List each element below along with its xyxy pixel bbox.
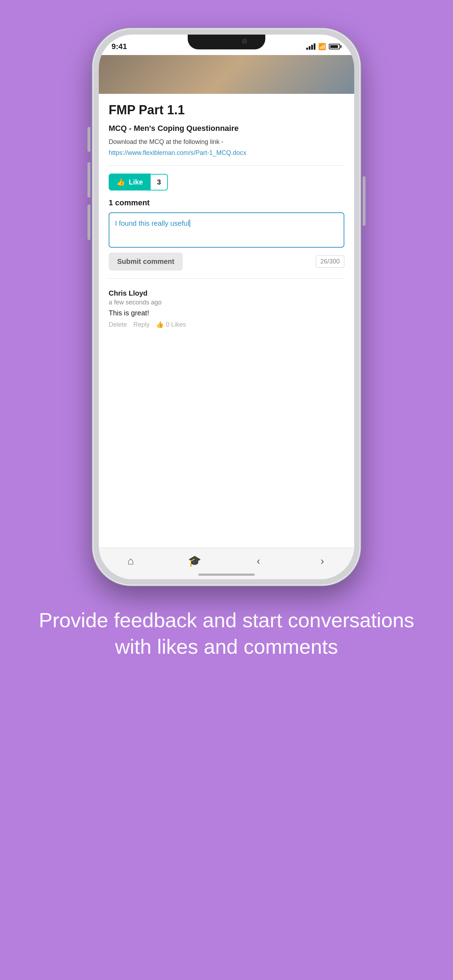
- post-description: Download the MCQ at the following link -: [109, 137, 344, 147]
- comment-like-count: 0 Likes: [166, 321, 186, 328]
- comment-likes[interactable]: 👍 0 Likes: [156, 321, 186, 328]
- char-count: 26/300: [316, 255, 344, 268]
- thumbs-up-icon: 👍: [116, 178, 125, 186]
- comment-input-text[interactable]: I found this really useful: [115, 218, 338, 229]
- delete-button[interactable]: Delete: [109, 321, 127, 328]
- comment-actions: Delete Reply 👍 0 Likes: [109, 321, 344, 328]
- post-link[interactable]: https://www.flexibleman.com/s/Part-1_MCQ…: [109, 149, 246, 156]
- comment-text: This is great!: [109, 309, 344, 317]
- hero-image: [99, 55, 354, 94]
- comments-header: 1 comment: [109, 198, 344, 207]
- comment-item: Chris Lloyd a few seconds ago This is gr…: [109, 286, 344, 328]
- forward-icon: ›: [321, 555, 324, 567]
- text-cursor: [189, 220, 190, 227]
- like-section: 👍 Like 3: [109, 173, 344, 191]
- graduation-icon: 🎓: [188, 555, 201, 567]
- like-label: Like: [129, 178, 143, 186]
- front-camera: [242, 39, 247, 44]
- mute-button: [87, 127, 90, 152]
- nav-home[interactable]: ⌂: [120, 552, 141, 570]
- nav-learn[interactable]: 🎓: [184, 552, 205, 570]
- phone-screen: 9:41 📶: [99, 35, 354, 579]
- status-time: 9:41: [111, 42, 127, 51]
- submit-row: Submit comment 26/300: [109, 253, 344, 270]
- volume-up-button: [87, 162, 90, 197]
- caption-text: Provide feedback and start conversations…: [28, 607, 425, 660]
- divider-1: [109, 165, 344, 166]
- status-icons: 📶: [306, 43, 342, 51]
- battery-icon: [329, 44, 342, 49]
- comment-input-value: I found this really useful: [115, 218, 189, 229]
- content-area: FMP Part 1.1 MCQ - Men's Coping Question…: [99, 94, 354, 336]
- nav-forward[interactable]: ›: [312, 552, 333, 570]
- like-count: 3: [151, 174, 168, 191]
- signal-icon: [306, 43, 315, 50]
- power-button: [363, 177, 366, 226]
- reply-button[interactable]: Reply: [134, 321, 149, 328]
- like-thumb-icon: 👍: [156, 321, 164, 328]
- caption-section: Provide feedback and start conversations…: [0, 607, 453, 688]
- back-icon: ‹: [257, 555, 261, 567]
- divider-2: [109, 278, 344, 279]
- home-icon: ⌂: [127, 555, 134, 567]
- post-title: FMP Part 1.1: [109, 102, 344, 118]
- nav-back[interactable]: ‹: [248, 552, 269, 570]
- screen-content[interactable]: FMP Part 1.1 MCQ - Men's Coping Question…: [99, 55, 354, 547]
- like-button[interactable]: 👍 Like: [109, 173, 151, 191]
- comment-input-wrapper[interactable]: I found this really useful: [109, 212, 344, 248]
- submit-comment-button[interactable]: Submit comment: [109, 253, 183, 270]
- notch: [188, 35, 265, 49]
- comment-time: a few seconds ago: [109, 299, 344, 306]
- home-bar: [198, 574, 255, 576]
- post-subtitle: MCQ - Men's Coping Questionnaire: [109, 124, 344, 133]
- wifi-icon: 📶: [318, 43, 326, 51]
- comment-author: Chris Lloyd: [109, 289, 344, 298]
- volume-down-button: [87, 205, 90, 240]
